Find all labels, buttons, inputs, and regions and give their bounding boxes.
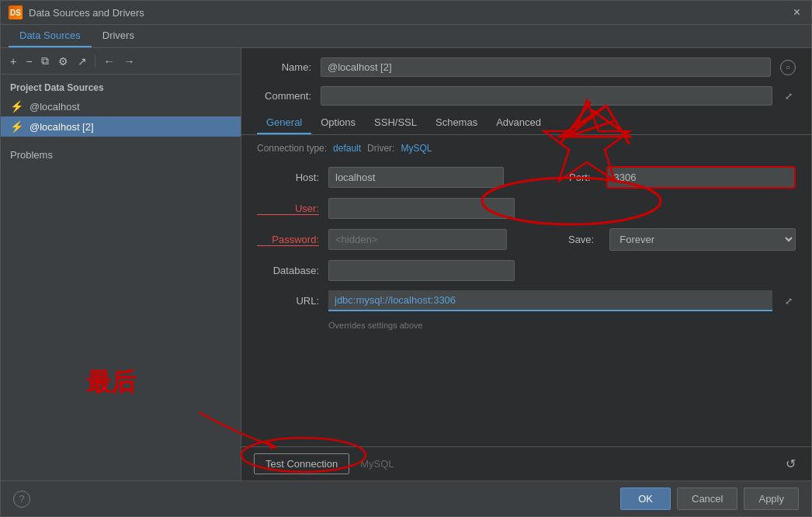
remove-button[interactable]: − — [23, 54, 35, 69]
refresh-button[interactable]: ↺ — [783, 453, 799, 474]
tab-data-sources[interactable]: Data Sources — [9, 25, 92, 47]
database-label: Database: — [257, 265, 319, 276]
test-connection-button[interactable]: Test Connection — [254, 453, 349, 474]
driver-label: Driver: — [367, 143, 394, 154]
app-icon-text: DS — [10, 9, 21, 17]
tab-options[interactable]: Options — [311, 112, 365, 134]
content-area: + − ⧉ ⚙ ↗ ← → Project Data Sources ⚡ @lo… — [1, 48, 811, 481]
save-select[interactable]: Forever Until restart Never — [609, 228, 796, 251]
db-icon-2: ⚡ — [10, 120, 23, 133]
back-button[interactable]: ← — [100, 54, 117, 69]
detail-tabs: General Options SSH/SSL Schemas Advanced — [241, 112, 811, 135]
database-input[interactable] — [328, 260, 515, 281]
form-section: Host: Port: User: Password: Save: Forev — [241, 158, 811, 446]
main-tabs: Data Sources Drivers — [1, 25, 811, 48]
port-label: Port: — [529, 172, 591, 183]
password-label: Password: — [257, 234, 319, 246]
sidebar-section-label: Project Data Sources — [1, 75, 241, 96]
database-row: Database: — [257, 260, 796, 281]
apply-button[interactable]: Apply — [744, 488, 799, 510]
sidebar-toolbar: + − ⧉ ⚙ ↗ ← → — [1, 48, 241, 75]
sidebar-item-localhost[interactable]: ⚡ @localhost — [1, 96, 241, 116]
copy-button[interactable]: ⧉ — [38, 53, 52, 69]
cancel-button[interactable]: Cancel — [677, 488, 737, 510]
connection-info: Connection type: default Driver: MySQL — [241, 135, 811, 158]
sidebar-item-label-1: @localhost — [29, 101, 80, 113]
driver-link[interactable]: MySQL — [401, 143, 432, 154]
name-label: Name: — [257, 61, 311, 73]
url-row: URL: ⤢ — [257, 290, 796, 311]
forward-button[interactable]: → — [120, 54, 137, 69]
comment-input[interactable] — [321, 86, 772, 106]
expand-url-button[interactable]: ⤢ — [782, 294, 796, 308]
name-row: Name: ○ — [241, 48, 811, 83]
main-panel: Name: ○ Comment: ⤢ General Options SSH/S… — [241, 48, 811, 481]
url-input[interactable] — [328, 290, 772, 311]
connection-type-label: Connection type: — [257, 143, 327, 154]
sidebar-item-localhost-2[interactable]: ⚡ @localhost [2] — [1, 116, 241, 137]
host-label: Host: — [257, 172, 319, 183]
name-input[interactable] — [321, 57, 771, 77]
port-input[interactable] — [606, 166, 796, 189]
tab-sshssl[interactable]: SSH/SSL — [365, 112, 426, 134]
name-circle-button[interactable]: ○ — [780, 60, 796, 75]
url-hint: Overrides settings above — [257, 321, 796, 330]
tab-schemas[interactable]: Schemas — [426, 112, 487, 134]
help-button[interactable]: ? — [13, 491, 30, 508]
comment-label: Comment: — [257, 90, 311, 102]
host-port-row: Host: Port: — [257, 166, 796, 189]
window-title: Data Sources and Drivers — [29, 7, 784, 19]
sidebar-problems-label: Problems — [1, 137, 241, 173]
expand-comment-button[interactable]: ⤢ — [782, 89, 796, 103]
tab-drivers[interactable]: Drivers — [92, 25, 145, 47]
host-input[interactable] — [328, 167, 504, 188]
sidebar: + − ⧉ ⚙ ↗ ← → Project Data Sources ⚡ @lo… — [1, 48, 241, 481]
tab-advanced[interactable]: Advanced — [487, 112, 550, 134]
comment-row: Comment: ⤢ — [241, 83, 811, 112]
add-button[interactable]: + — [7, 54, 19, 69]
title-bar: DS Data Sources and Drivers × — [1, 1, 811, 25]
dialog-container: DS Data Sources and Drivers × Data Sourc… — [0, 0, 812, 517]
url-label: URL: — [257, 295, 319, 307]
open-button[interactable]: ↗ — [75, 54, 90, 69]
sidebar-item-label-2: @localhost [2] — [29, 121, 94, 133]
password-row: Password: Save: Forever Until restart Ne… — [257, 228, 796, 251]
dialog-footer: ? OK Cancel Apply — [1, 481, 811, 516]
save-label: Save: — [532, 234, 594, 245]
connection-type-link[interactable]: default — [333, 143, 361, 154]
user-label: User: — [257, 203, 319, 215]
db-icon-1: ⚡ — [10, 100, 23, 113]
user-input[interactable] — [328, 198, 515, 219]
toolbar-separator — [95, 55, 95, 68]
mysql-label: MySQL — [349, 454, 404, 474]
close-button[interactable]: × — [790, 5, 803, 19]
settings-button[interactable]: ⚙ — [55, 54, 71, 69]
app-icon: DS — [9, 5, 23, 19]
tab-general[interactable]: General — [257, 112, 311, 134]
user-row: User: — [257, 198, 796, 219]
password-input[interactable] — [328, 229, 507, 250]
bottom-bar: Test Connection MySQL ↺ — [241, 446, 811, 481]
ok-button[interactable]: OK — [620, 488, 671, 510]
